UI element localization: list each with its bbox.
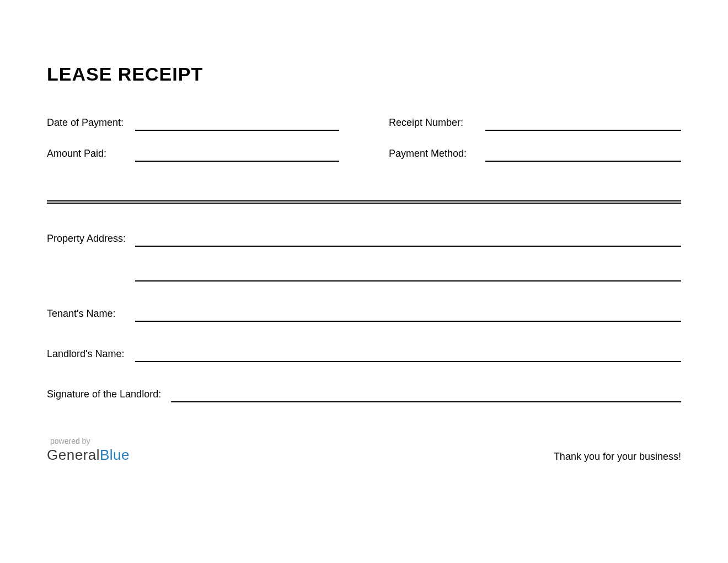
label-date-of-payment: Date of Payment: [47, 117, 135, 131]
powered-by-text: powered by [50, 437, 130, 445]
field-landlord-name[interactable] [135, 347, 681, 362]
field-tenant-name[interactable] [135, 306, 681, 322]
label-property-address: Property Address: [47, 233, 135, 247]
row-signature: Signature of the Landlord: [47, 387, 681, 402]
row-landlord-name: Landlord's Name: [47, 347, 681, 362]
field-date-of-payment[interactable] [135, 115, 339, 131]
row-tenant-name: Tenant's Name: [47, 306, 681, 322]
field-signature[interactable] [171, 387, 681, 402]
page-title: LEASE RECEIPT [47, 63, 681, 85]
top-fields-grid: Date of Payment: Receipt Number: Amount … [47, 115, 681, 162]
section-divider [47, 200, 681, 204]
row-property-address: Property Address: [47, 231, 681, 247]
thank-you-text: Thank you for your business! [554, 451, 681, 464]
brand-logo: powered by GeneralBlue [47, 437, 130, 464]
label-payment-method: Payment Method: [389, 148, 485, 162]
field-receipt-number[interactable] [485, 115, 681, 131]
label-amount-paid: Amount Paid: [47, 148, 135, 162]
brand-second: Blue [100, 447, 130, 463]
field-payment-method[interactable] [485, 146, 681, 162]
label-signature: Signature of the Landlord: [47, 389, 171, 402]
label-receipt-number: Receipt Number: [389, 117, 485, 131]
row-property-address-2 [47, 266, 681, 282]
field-property-address-line1[interactable] [135, 231, 681, 247]
field-property-address-line2[interactable] [135, 266, 681, 282]
label-property-address-blank [47, 279, 135, 282]
field-amount-paid[interactable] [135, 146, 339, 162]
label-tenant-name: Tenant's Name: [47, 308, 135, 322]
label-landlord-name: Landlord's Name: [47, 348, 135, 362]
footer: powered by GeneralBlue Thank you for you… [47, 437, 681, 464]
brand-first: General [47, 447, 100, 463]
brand-name: GeneralBlue [47, 447, 130, 464]
body-fields: Property Address: Tenant's Name: Landlor… [47, 231, 681, 402]
